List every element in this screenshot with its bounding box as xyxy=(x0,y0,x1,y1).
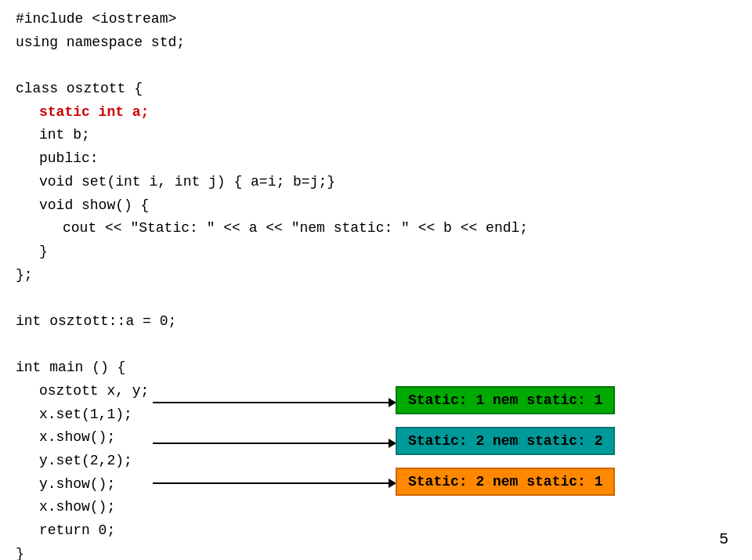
code-line-24: } xyxy=(16,543,528,560)
output-box-2: Static: 2 nem static: 2 xyxy=(396,427,615,455)
code-line-blank-1 xyxy=(16,54,528,78)
code-line-4: class osztott { xyxy=(16,78,528,101)
code-line-16: int main () { xyxy=(16,356,528,380)
code-line-blank-3 xyxy=(16,334,528,357)
code-line-11: } xyxy=(39,240,528,264)
code-line-blank-2 xyxy=(16,287,528,310)
output-box-1: Static: 1 nem static: 1 xyxy=(396,386,615,414)
code-line-2: using namespace std; xyxy=(16,31,528,55)
arrow-2 xyxy=(153,443,396,444)
arrow-3 xyxy=(153,482,396,484)
output-box-3: Static: 2 nem static: 1 xyxy=(396,468,615,496)
code-line-12: }; xyxy=(16,264,528,287)
code-line-5: static int a; xyxy=(39,101,528,125)
code-line-22: x.show(); xyxy=(39,496,528,519)
code-line-10: cout << "Static: " << a << "nem static: … xyxy=(63,217,528,240)
code-line-7: public: xyxy=(39,147,528,171)
arrow-1 xyxy=(153,402,396,403)
code-line-1: #include <iostream> xyxy=(16,8,528,31)
code-line-23: return 0; xyxy=(39,519,528,543)
code-line-6: int b; xyxy=(39,124,528,147)
code-line-14: int osztott::a = 0; xyxy=(16,310,528,334)
code-line-9: void show() { xyxy=(39,194,528,218)
page-number: 5 xyxy=(719,530,728,548)
code-line-8: void set(int i, int j) { a=i; b=j;} xyxy=(39,171,528,194)
